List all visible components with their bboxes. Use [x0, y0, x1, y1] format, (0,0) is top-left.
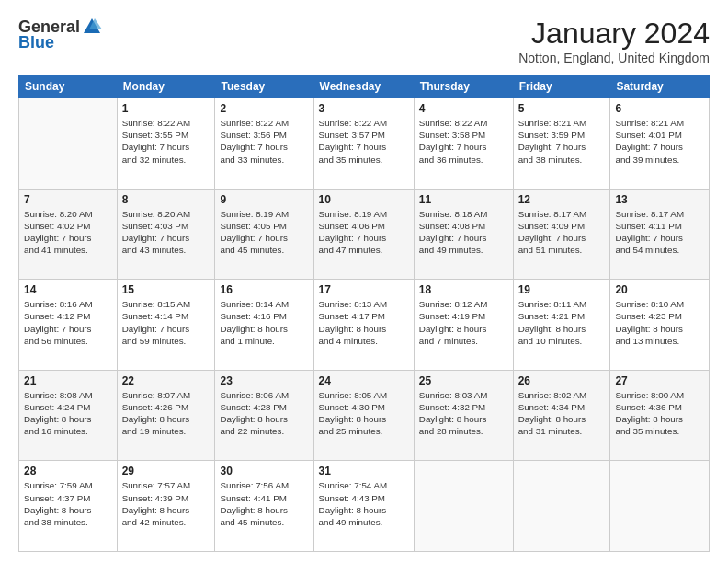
- day-detail: Sunrise: 7:54 AM Sunset: 4:43 PM Dayligh…: [319, 479, 409, 528]
- col-saturday: Saturday: [610, 75, 710, 98]
- table-row: [414, 461, 513, 552]
- logo-icon: [82, 17, 102, 37]
- table-row: 3Sunrise: 8:22 AM Sunset: 3:57 PM Daylig…: [313, 98, 414, 190]
- day-number: 25: [419, 374, 508, 387]
- table-row: 6Sunrise: 8:21 AM Sunset: 4:01 PM Daylig…: [610, 98, 710, 190]
- day-detail: Sunrise: 8:20 AM Sunset: 4:03 PM Dayligh…: [122, 208, 210, 257]
- day-number: 31: [319, 465, 409, 477]
- day-detail: Sunrise: 8:15 AM Sunset: 4:14 PM Dayligh…: [122, 298, 210, 347]
- page: General Blue January 2024 Notton, Englan…: [0, 0, 728, 563]
- day-detail: Sunrise: 7:59 AM Sunset: 4:37 PM Dayligh…: [24, 479, 112, 528]
- calendar-week-row: 14Sunrise: 8:16 AM Sunset: 4:12 PM Dayli…: [19, 280, 710, 371]
- day-number: 4: [419, 102, 508, 115]
- day-number: 10: [319, 193, 409, 206]
- logo: General Blue: [18, 17, 102, 52]
- day-number: 21: [24, 374, 112, 387]
- day-number: 3: [319, 102, 409, 115]
- table-row: 18Sunrise: 8:12 AM Sunset: 4:19 PM Dayli…: [414, 280, 513, 371]
- day-number: 26: [518, 374, 606, 387]
- table-row: 25Sunrise: 8:03 AM Sunset: 4:32 PM Dayli…: [414, 370, 513, 461]
- subtitle: Notton, England, United Kingdom: [518, 51, 710, 65]
- month-title: January 2024: [518, 17, 710, 51]
- day-number: 27: [615, 374, 704, 387]
- table-row: 17Sunrise: 8:13 AM Sunset: 4:17 PM Dayli…: [313, 280, 414, 371]
- table-row: 8Sunrise: 8:20 AM Sunset: 4:03 PM Daylig…: [117, 189, 215, 280]
- day-detail: Sunrise: 8:21 AM Sunset: 4:01 PM Dayligh…: [615, 117, 704, 166]
- day-number: 24: [319, 374, 409, 387]
- day-detail: Sunrise: 8:22 AM Sunset: 3:55 PM Dayligh…: [122, 117, 210, 166]
- day-number: 12: [518, 193, 606, 206]
- calendar-week-row: 1Sunrise: 8:22 AM Sunset: 3:55 PM Daylig…: [19, 98, 710, 190]
- day-detail: Sunrise: 8:06 AM Sunset: 4:28 PM Dayligh…: [220, 389, 308, 438]
- col-sunday: Sunday: [19, 75, 118, 98]
- day-detail: Sunrise: 7:57 AM Sunset: 4:39 PM Dayligh…: [122, 479, 210, 528]
- day-number: 20: [615, 283, 704, 296]
- day-number: 1: [122, 102, 210, 115]
- day-number: 23: [220, 374, 308, 387]
- table-row: 7Sunrise: 8:20 AM Sunset: 4:02 PM Daylig…: [19, 189, 118, 280]
- day-number: 6: [615, 102, 704, 115]
- day-number: 5: [518, 102, 606, 115]
- day-detail: Sunrise: 7:56 AM Sunset: 4:41 PM Dayligh…: [220, 479, 308, 528]
- title-section: January 2024 Notton, England, United Kin…: [518, 17, 710, 65]
- table-row: 28Sunrise: 7:59 AM Sunset: 4:37 PM Dayli…: [19, 461, 118, 552]
- day-number: 19: [518, 283, 606, 296]
- col-wednesday: Wednesday: [313, 75, 414, 98]
- day-number: 8: [122, 193, 210, 206]
- table-row: 20Sunrise: 8:10 AM Sunset: 4:23 PM Dayli…: [610, 280, 710, 371]
- col-thursday: Thursday: [414, 75, 513, 98]
- day-detail: Sunrise: 8:02 AM Sunset: 4:34 PM Dayligh…: [518, 389, 606, 438]
- table-row: 30Sunrise: 7:56 AM Sunset: 4:41 PM Dayli…: [215, 461, 313, 552]
- day-detail: Sunrise: 8:22 AM Sunset: 3:56 PM Dayligh…: [220, 117, 308, 166]
- table-row: 23Sunrise: 8:06 AM Sunset: 4:28 PM Dayli…: [215, 370, 313, 461]
- day-detail: Sunrise: 8:08 AM Sunset: 4:24 PM Dayligh…: [24, 389, 112, 438]
- calendar-header-row: Sunday Monday Tuesday Wednesday Thursday…: [19, 75, 710, 98]
- table-row: 16Sunrise: 8:14 AM Sunset: 4:16 PM Dayli…: [215, 280, 313, 371]
- table-row: 31Sunrise: 7:54 AM Sunset: 4:43 PM Dayli…: [313, 461, 414, 552]
- day-detail: Sunrise: 8:07 AM Sunset: 4:26 PM Dayligh…: [122, 389, 210, 438]
- day-number: 16: [220, 283, 308, 296]
- day-detail: Sunrise: 8:16 AM Sunset: 4:12 PM Dayligh…: [24, 298, 112, 347]
- table-row: [610, 461, 710, 552]
- table-row: 22Sunrise: 8:07 AM Sunset: 4:26 PM Dayli…: [117, 370, 215, 461]
- col-monday: Monday: [117, 75, 215, 98]
- day-number: 15: [122, 283, 210, 296]
- day-number: 29: [122, 465, 210, 477]
- day-number: 17: [319, 283, 409, 296]
- day-detail: Sunrise: 8:17 AM Sunset: 4:11 PM Dayligh…: [615, 208, 704, 257]
- calendar-week-row: 7Sunrise: 8:20 AM Sunset: 4:02 PM Daylig…: [19, 189, 710, 280]
- day-detail: Sunrise: 8:17 AM Sunset: 4:09 PM Dayligh…: [518, 208, 606, 257]
- table-row: 5Sunrise: 8:21 AM Sunset: 3:59 PM Daylig…: [513, 98, 610, 190]
- table-row: 10Sunrise: 8:19 AM Sunset: 4:06 PM Dayli…: [313, 189, 414, 280]
- table-row: 11Sunrise: 8:18 AM Sunset: 4:08 PM Dayli…: [414, 189, 513, 280]
- table-row: 14Sunrise: 8:16 AM Sunset: 4:12 PM Dayli…: [19, 280, 118, 371]
- day-detail: Sunrise: 8:05 AM Sunset: 4:30 PM Dayligh…: [319, 389, 409, 438]
- table-row: 13Sunrise: 8:17 AM Sunset: 4:11 PM Dayli…: [610, 189, 710, 280]
- calendar-week-row: 21Sunrise: 8:08 AM Sunset: 4:24 PM Dayli…: [19, 370, 710, 461]
- day-detail: Sunrise: 8:19 AM Sunset: 4:06 PM Dayligh…: [319, 208, 409, 257]
- table-row: 19Sunrise: 8:11 AM Sunset: 4:21 PM Dayli…: [513, 280, 610, 371]
- table-row: 21Sunrise: 8:08 AM Sunset: 4:24 PM Dayli…: [19, 370, 118, 461]
- day-detail: Sunrise: 8:14 AM Sunset: 4:16 PM Dayligh…: [220, 298, 308, 347]
- day-detail: Sunrise: 8:12 AM Sunset: 4:19 PM Dayligh…: [419, 298, 508, 347]
- day-detail: Sunrise: 8:11 AM Sunset: 4:21 PM Dayligh…: [518, 298, 606, 347]
- table-row: 29Sunrise: 7:57 AM Sunset: 4:39 PM Dayli…: [117, 461, 215, 552]
- day-detail: Sunrise: 8:20 AM Sunset: 4:02 PM Dayligh…: [24, 208, 112, 257]
- day-number: 14: [24, 283, 112, 296]
- day-detail: Sunrise: 8:22 AM Sunset: 3:58 PM Dayligh…: [419, 117, 508, 166]
- day-number: 2: [220, 102, 308, 115]
- table-row: 27Sunrise: 8:00 AM Sunset: 4:36 PM Dayli…: [610, 370, 710, 461]
- day-detail: Sunrise: 8:19 AM Sunset: 4:05 PM Dayligh…: [220, 208, 308, 257]
- table-row: 26Sunrise: 8:02 AM Sunset: 4:34 PM Dayli…: [513, 370, 610, 461]
- day-detail: Sunrise: 8:03 AM Sunset: 4:32 PM Dayligh…: [419, 389, 508, 438]
- calendar: Sunday Monday Tuesday Wednesday Thursday…: [18, 75, 710, 552]
- calendar-week-row: 28Sunrise: 7:59 AM Sunset: 4:37 PM Dayli…: [19, 461, 710, 552]
- header: General Blue January 2024 Notton, Englan…: [18, 17, 710, 65]
- day-number: 28: [24, 465, 112, 477]
- table-row: 2Sunrise: 8:22 AM Sunset: 3:56 PM Daylig…: [215, 98, 313, 190]
- table-row: 12Sunrise: 8:17 AM Sunset: 4:09 PM Dayli…: [513, 189, 610, 280]
- day-detail: Sunrise: 8:00 AM Sunset: 4:36 PM Dayligh…: [615, 389, 704, 438]
- col-friday: Friday: [513, 75, 610, 98]
- day-number: 30: [220, 465, 308, 477]
- day-number: 13: [615, 193, 704, 206]
